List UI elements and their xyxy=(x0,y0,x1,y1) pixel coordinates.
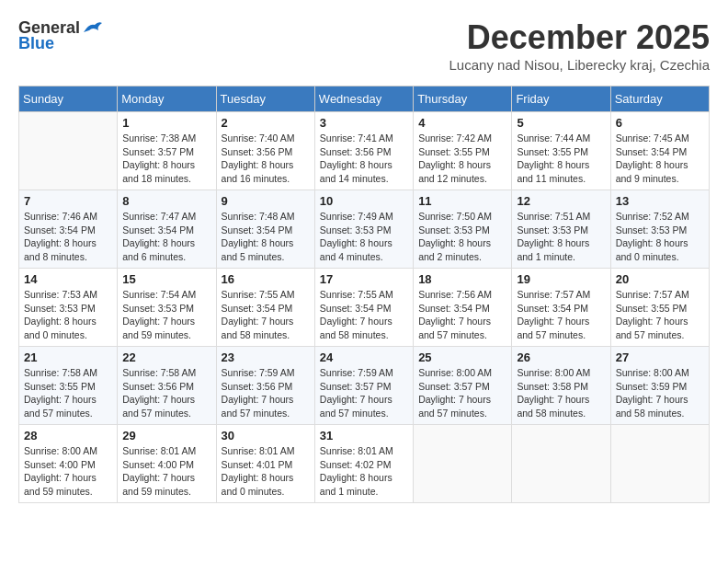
logo-blue: Blue xyxy=(18,34,54,53)
day-number: 8 xyxy=(122,194,210,208)
day-number: 31 xyxy=(320,429,408,442)
day-info: Sunrise: 8:00 AM Sunset: 3:58 PM Dayligh… xyxy=(517,366,605,420)
calendar-cell: 9Sunrise: 7:48 AM Sunset: 3:54 PM Daylig… xyxy=(216,190,314,269)
calendar-cell: 17Sunrise: 7:55 AM Sunset: 3:54 PM Dayli… xyxy=(314,269,413,347)
calendar-cell: 5Sunrise: 7:44 AM Sunset: 3:55 PM Daylig… xyxy=(512,112,610,190)
day-number: 9 xyxy=(222,194,310,208)
calendar-cell: 11Sunrise: 7:50 AM Sunset: 3:53 PM Dayli… xyxy=(414,190,512,269)
calendar-week-3: 14Sunrise: 7:53 AM Sunset: 3:53 PM Dayli… xyxy=(19,269,710,347)
calendar-cell: 19Sunrise: 7:57 AM Sunset: 3:54 PM Dayli… xyxy=(512,269,610,347)
calendar-cell: 20Sunrise: 7:57 AM Sunset: 3:55 PM Dayli… xyxy=(610,269,709,347)
logo-bird-icon xyxy=(82,21,102,34)
day-number: 6 xyxy=(616,116,704,130)
day-number: 16 xyxy=(222,272,310,286)
day-info: Sunrise: 7:38 AM Sunset: 3:57 PM Dayligh… xyxy=(122,132,210,186)
day-info: Sunrise: 7:56 AM Sunset: 3:54 PM Dayligh… xyxy=(418,288,506,342)
day-info: Sunrise: 7:52 AM Sunset: 3:53 PM Dayligh… xyxy=(616,210,704,264)
day-number: 23 xyxy=(222,350,310,364)
day-number: 27 xyxy=(616,350,704,364)
month-title: December 2025 xyxy=(449,18,710,57)
calendar-cell: 27Sunrise: 8:00 AM Sunset: 3:59 PM Dayli… xyxy=(610,347,709,425)
day-number: 14 xyxy=(24,272,112,286)
calendar-cell: 23Sunrise: 7:59 AM Sunset: 3:56 PM Dayli… xyxy=(216,347,314,425)
day-info: Sunrise: 7:55 AM Sunset: 3:54 PM Dayligh… xyxy=(222,288,310,342)
day-info: Sunrise: 8:01 AM Sunset: 4:01 PM Dayligh… xyxy=(222,444,310,499)
calendar-cell xyxy=(19,112,118,190)
calendar-cell: 10Sunrise: 7:49 AM Sunset: 3:53 PM Dayli… xyxy=(314,190,413,269)
calendar-cell: 18Sunrise: 7:56 AM Sunset: 3:54 PM Dayli… xyxy=(414,269,512,347)
day-info: Sunrise: 7:46 AM Sunset: 3:54 PM Dayligh… xyxy=(24,210,112,264)
calendar-cell: 12Sunrise: 7:51 AM Sunset: 3:53 PM Dayli… xyxy=(512,190,610,269)
day-info: Sunrise: 8:00 AM Sunset: 3:59 PM Dayligh… xyxy=(616,366,704,420)
day-info: Sunrise: 7:59 AM Sunset: 3:57 PM Dayligh… xyxy=(320,366,408,420)
day-number: 28 xyxy=(24,429,112,442)
header-tuesday: Tuesday xyxy=(216,86,314,112)
calendar-cell xyxy=(512,425,610,503)
calendar-cell: 14Sunrise: 7:53 AM Sunset: 3:53 PM Dayli… xyxy=(19,269,118,347)
day-number: 13 xyxy=(616,194,704,208)
calendar-table: SundayMondayTuesdayWednesdayThursdayFrid… xyxy=(18,86,710,503)
day-number: 29 xyxy=(122,429,210,442)
calendar-cell: 21Sunrise: 7:58 AM Sunset: 3:55 PM Dayli… xyxy=(19,347,118,425)
calendar-cell: 24Sunrise: 7:59 AM Sunset: 3:57 PM Dayli… xyxy=(314,347,413,425)
day-number: 18 xyxy=(418,272,506,286)
day-number: 22 xyxy=(122,350,210,364)
location-subtitle: Lucany nad Nisou, Liberecky kraj, Czechi… xyxy=(449,57,710,73)
calendar-cell: 25Sunrise: 8:00 AM Sunset: 3:57 PM Dayli… xyxy=(414,347,512,425)
calendar-week-1: 1Sunrise: 7:38 AM Sunset: 3:57 PM Daylig… xyxy=(19,112,710,190)
day-info: Sunrise: 7:40 AM Sunset: 3:56 PM Dayligh… xyxy=(222,132,310,186)
day-info: Sunrise: 7:48 AM Sunset: 3:54 PM Dayligh… xyxy=(222,210,310,264)
calendar-cell: 2Sunrise: 7:40 AM Sunset: 3:56 PM Daylig… xyxy=(216,112,314,190)
day-info: Sunrise: 8:01 AM Sunset: 4:00 PM Dayligh… xyxy=(122,444,210,499)
day-number: 21 xyxy=(24,350,112,364)
day-number: 26 xyxy=(517,350,605,364)
day-number: 20 xyxy=(616,272,704,286)
day-info: Sunrise: 7:47 AM Sunset: 3:54 PM Dayligh… xyxy=(122,210,210,264)
header-wednesday: Wednesday xyxy=(314,86,413,112)
calendar-cell: 16Sunrise: 7:55 AM Sunset: 3:54 PM Dayli… xyxy=(216,269,314,347)
day-info: Sunrise: 7:55 AM Sunset: 3:54 PM Dayligh… xyxy=(320,288,408,342)
day-info: Sunrise: 7:42 AM Sunset: 3:55 PM Dayligh… xyxy=(418,132,506,186)
header-friday: Friday xyxy=(512,86,610,112)
day-info: Sunrise: 7:58 AM Sunset: 3:55 PM Dayligh… xyxy=(24,366,112,420)
calendar-cell: 1Sunrise: 7:38 AM Sunset: 3:57 PM Daylig… xyxy=(118,112,216,190)
day-info: Sunrise: 7:50 AM Sunset: 3:53 PM Dayligh… xyxy=(418,210,506,264)
day-number: 3 xyxy=(320,116,408,130)
logo: General Blue xyxy=(18,18,102,53)
day-info: Sunrise: 7:57 AM Sunset: 3:54 PM Dayligh… xyxy=(517,288,605,342)
calendar-cell: 7Sunrise: 7:46 AM Sunset: 3:54 PM Daylig… xyxy=(19,190,118,269)
day-number: 4 xyxy=(418,116,506,130)
day-number: 24 xyxy=(320,350,408,364)
day-info: Sunrise: 7:41 AM Sunset: 3:56 PM Dayligh… xyxy=(320,132,408,186)
day-info: Sunrise: 8:00 AM Sunset: 4:00 PM Dayligh… xyxy=(24,444,112,499)
header-monday: Monday xyxy=(118,86,216,112)
header-saturday: Saturday xyxy=(610,86,709,112)
calendar-cell: 13Sunrise: 7:52 AM Sunset: 3:53 PM Dayli… xyxy=(610,190,709,269)
day-number: 2 xyxy=(222,116,310,130)
day-number: 17 xyxy=(320,272,408,286)
calendar-week-5: 28Sunrise: 8:00 AM Sunset: 4:00 PM Dayli… xyxy=(19,425,710,503)
day-info: Sunrise: 7:53 AM Sunset: 3:53 PM Dayligh… xyxy=(24,288,112,342)
day-number: 30 xyxy=(222,429,310,442)
calendar-cell: 15Sunrise: 7:54 AM Sunset: 3:53 PM Dayli… xyxy=(118,269,216,347)
day-info: Sunrise: 7:51 AM Sunset: 3:53 PM Dayligh… xyxy=(517,210,605,264)
calendar-cell: 4Sunrise: 7:42 AM Sunset: 3:55 PM Daylig… xyxy=(414,112,512,190)
calendar-cell: 8Sunrise: 7:47 AM Sunset: 3:54 PM Daylig… xyxy=(118,190,216,269)
calendar-week-4: 21Sunrise: 7:58 AM Sunset: 3:55 PM Dayli… xyxy=(19,347,710,425)
day-info: Sunrise: 7:54 AM Sunset: 3:53 PM Dayligh… xyxy=(122,288,210,342)
calendar-week-2: 7Sunrise: 7:46 AM Sunset: 3:54 PM Daylig… xyxy=(19,190,710,269)
calendar-cell: 29Sunrise: 8:01 AM Sunset: 4:00 PM Dayli… xyxy=(118,425,216,503)
calendar-cell xyxy=(414,425,512,503)
calendar-cell: 6Sunrise: 7:45 AM Sunset: 3:54 PM Daylig… xyxy=(610,112,709,190)
calendar-cell: 22Sunrise: 7:58 AM Sunset: 3:56 PM Dayli… xyxy=(118,347,216,425)
calendar-cell xyxy=(610,425,709,503)
header-thursday: Thursday xyxy=(414,86,512,112)
day-info: Sunrise: 7:58 AM Sunset: 3:56 PM Dayligh… xyxy=(122,366,210,420)
calendar-cell: 3Sunrise: 7:41 AM Sunset: 3:56 PM Daylig… xyxy=(314,112,413,190)
day-info: Sunrise: 7:44 AM Sunset: 3:55 PM Dayligh… xyxy=(517,132,605,186)
day-number: 5 xyxy=(517,116,605,130)
day-number: 7 xyxy=(24,194,112,208)
day-number: 10 xyxy=(320,194,408,208)
day-info: Sunrise: 7:59 AM Sunset: 3:56 PM Dayligh… xyxy=(222,366,310,420)
calendar-cell: 30Sunrise: 8:01 AM Sunset: 4:01 PM Dayli… xyxy=(216,425,314,503)
